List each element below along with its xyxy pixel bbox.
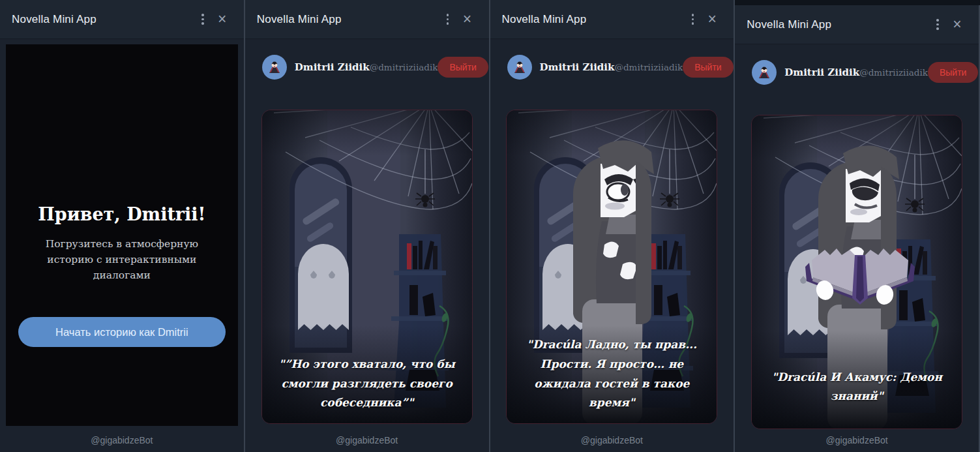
story-scene-dracula[interactable]: "Dracúla Ладно, ты прав... Прости. Я про… bbox=[506, 110, 717, 424]
start-story-button[interactable]: Начать историю как Dmitrii bbox=[18, 317, 226, 347]
user-name: Dmitrii Ziidik@dmitriiziiadik bbox=[295, 61, 438, 73]
mini-app-window-story-2: Novella Mini App × Dmitrii Ziidik@dmitri… bbox=[490, 0, 735, 452]
titlebar: Novella Mini App × bbox=[490, 0, 734, 39]
user-row: Dmitrii Ziidik@dmitriiziiadik Выйти bbox=[262, 53, 472, 81]
welcome-heading: Привет, Dmitrii! bbox=[38, 204, 205, 224]
close-icon[interactable]: × bbox=[702, 10, 722, 29]
kebab-menu-icon[interactable] bbox=[683, 10, 702, 29]
welcome-subtitle: Погрузитесь в атмосферную историю с инте… bbox=[23, 236, 220, 283]
titlebar: Novella Mini App × bbox=[245, 0, 489, 39]
close-icon[interactable]: × bbox=[213, 10, 232, 29]
avatar bbox=[262, 55, 287, 80]
window-title: Novella Mini App bbox=[257, 13, 438, 26]
user-name: Dmitrii Ziidik@dmitriiziiadik bbox=[784, 67, 928, 78]
close-icon[interactable]: × bbox=[458, 10, 477, 29]
user-row: Dmitrii Ziidik@dmitriiziiadik Выйти bbox=[752, 59, 962, 86]
bot-handle: @gigabidzeBot bbox=[490, 435, 734, 445]
titlebar: Novella Mini App × bbox=[0, 0, 244, 39]
avatar bbox=[752, 60, 777, 85]
vampire-emoji-icon bbox=[267, 59, 282, 75]
close-icon[interactable]: × bbox=[947, 15, 967, 35]
window-title: Novella Mini App bbox=[12, 13, 193, 26]
logout-button[interactable]: Выйти bbox=[683, 57, 733, 78]
user-handle: @dmitriiziiadik bbox=[614, 62, 683, 72]
bot-handle: @gigabidzeBot bbox=[735, 435, 979, 445]
kebab-menu-icon[interactable] bbox=[928, 15, 947, 35]
kebab-menu-icon[interactable] bbox=[193, 10, 213, 29]
window-title: Novella Mini App bbox=[502, 13, 683, 26]
bot-handle: @gigabidzeBot bbox=[245, 435, 489, 445]
story-scene-ghost[interactable]: "”Но этого хватало, что бы смогли разгля… bbox=[261, 110, 473, 424]
titlebar: Novella Mini App × bbox=[735, 5, 979, 44]
vampire-emoji-icon bbox=[512, 59, 527, 75]
dialogue-text: "”Но этого хватало, что бы смогли разгля… bbox=[262, 355, 472, 413]
story-scene-dracula-book[interactable]: "Dracúla И Акамус: Демон знаний" bbox=[751, 115, 962, 429]
avatar bbox=[507, 55, 532, 80]
dialogue-text: "Dracúla И Акамус: Демон знаний" bbox=[752, 368, 962, 407]
user-handle: @dmitriiziiadik bbox=[370, 62, 438, 72]
user-name: Dmitrii Ziidik@dmitriiziiadik bbox=[540, 61, 683, 73]
vampire-emoji-icon bbox=[756, 65, 772, 80]
bot-handle: @gigabidzeBot bbox=[0, 435, 244, 445]
logout-button[interactable]: Выйти bbox=[438, 57, 488, 78]
window-title: Novella Mini App bbox=[747, 18, 928, 31]
dialogue-text: "Dracúla Ладно, ты прав... Прости. Я про… bbox=[507, 335, 717, 413]
mini-app-window-story-3: Novella Mini App × Dmitrii Ziidik@dmitri… bbox=[735, 5, 980, 452]
welcome-screen: Привет, Dmitrii! Погрузитесь в атмосферн… bbox=[6, 44, 238, 426]
logout-button[interactable]: Выйти bbox=[928, 62, 978, 83]
user-row: Dmitrii Ziidik@dmitriiziiadik Выйти bbox=[507, 53, 717, 81]
kebab-menu-icon[interactable] bbox=[438, 10, 458, 29]
mini-app-window-story-1: Novella Mini App × Dmitrii Ziidik@dmitri… bbox=[245, 0, 490, 452]
user-handle: @dmitriiziiadik bbox=[859, 67, 928, 78]
mini-app-window-welcome: Novella Mini App × Привет, Dmitrii! Погр… bbox=[0, 0, 245, 452]
